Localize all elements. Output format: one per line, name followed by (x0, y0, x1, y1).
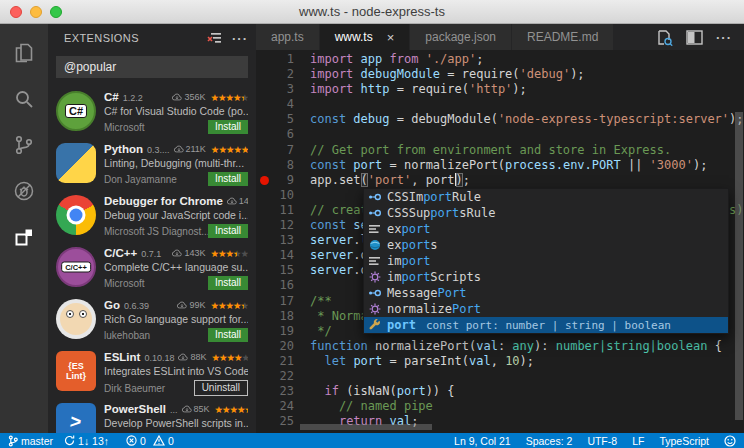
extension-list-item[interactable]: Python0.3....211K★★★★★★★★★★Linting, Debu… (48, 138, 256, 190)
code-line[interactable]: 22 (256, 369, 744, 384)
suggestion-item[interactable]: CSSSupportsRule (364, 205, 728, 221)
encoding-indicator[interactable]: UTF-8 (587, 435, 617, 447)
breakpoint-margin[interactable] (256, 263, 272, 278)
breakpoint-margin[interactable] (256, 324, 272, 339)
breakpoint-margin[interactable] (256, 294, 272, 309)
breakpoint-margin[interactable] (256, 218, 272, 233)
breakpoint-margin[interactable] (256, 203, 272, 218)
code-line[interactable]: 6 (256, 127, 744, 142)
extension-publisher: Microsoft (104, 122, 208, 133)
breakpoint-margin[interactable] (256, 354, 272, 369)
search-icon[interactable] (0, 76, 48, 122)
extension-list-item[interactable]: {ESLint}ESLint0.10.1888K★★★★★★★★★★Integr… (48, 346, 256, 398)
breakpoint-margin[interactable] (256, 414, 272, 429)
more-editor-actions-icon[interactable]: ··· (716, 30, 732, 45)
code-line[interactable]: 2import debugModule = require('debug'); (256, 67, 744, 82)
code-line[interactable]: 7// Get port from environment and store … (256, 143, 744, 158)
extension-list-item[interactable]: Debugger for Chrome148KDebug your JavaSc… (48, 190, 256, 242)
suggestion-item[interactable]: normalizePort (364, 301, 728, 317)
extension-publisher: Microsoft JS Diagnost... (104, 226, 208, 237)
breakpoint-margin[interactable] (256, 112, 272, 127)
keyword-suggestion-icon (367, 222, 383, 237)
suggestion-item[interactable]: import (364, 253, 728, 269)
breakpoint-margin[interactable] (256, 143, 272, 158)
debug-icon[interactable] (0, 168, 48, 214)
code-line[interactable]: 5const debug = debugModule('node-express… (256, 112, 744, 127)
breakpoint-margin[interactable] (256, 248, 272, 263)
problems-indicator[interactable]: 0 0 (126, 435, 174, 447)
feedback-smiley-icon[interactable] (724, 435, 736, 447)
breakpoint-margin[interactable] (256, 127, 272, 142)
indentation-indicator[interactable]: Spaces: 2 (526, 435, 573, 447)
uninstall-button[interactable]: Uninstall (194, 380, 248, 396)
breakpoint-margin[interactable] (256, 233, 272, 248)
breakpoint-margin[interactable] (256, 399, 272, 414)
code-line[interactable]: 8const port = normalizePort(process.env.… (256, 158, 744, 173)
rating-stars: ★★★★★★★★★★ (210, 93, 248, 103)
extensions-search-input[interactable] (57, 60, 247, 74)
install-button[interactable]: Install (208, 120, 248, 134)
code-line[interactable]: 9app.set('port', port); (256, 173, 744, 188)
more-actions-icon[interactable]: ··· (232, 31, 248, 46)
extension-list-item[interactable]: >PowerShell...85K★★★★★★★★★★Develop Power… (48, 398, 256, 433)
breakpoint-margin[interactable] (256, 173, 272, 188)
sync-indicator[interactable]: 1↓ 13↑ (64, 435, 109, 447)
breakpoint-margin[interactable] (256, 278, 272, 293)
code-line[interactable]: 20function normalizePort(val: any): numb… (256, 339, 744, 354)
close-window-button[interactable] (10, 6, 22, 18)
breakpoint-margin[interactable] (256, 188, 272, 203)
code-line[interactable]: 1import app from './app'; (256, 52, 744, 67)
tab-app.ts[interactable]: app.ts (256, 24, 320, 50)
breakpoint-margin[interactable] (256, 309, 272, 324)
breakpoint-margin[interactable] (256, 82, 272, 97)
code-text: let port = parseInt(val, 10); (294, 354, 534, 369)
suggestion-item[interactable]: export (364, 221, 728, 237)
install-button[interactable]: Install (208, 328, 248, 342)
split-editor-icon[interactable] (686, 30, 703, 45)
extension-list-item[interactable]: C#C#1.2.2356K★★★★★★★★★★C# for Visual Stu… (48, 86, 256, 138)
breakpoint-margin[interactable] (256, 339, 272, 354)
breakpoint-margin[interactable] (256, 52, 272, 67)
code-line[interactable]: 23 if (isNaN(port)) { (256, 384, 744, 399)
install-button[interactable]: Install (208, 172, 248, 186)
extension-list-item[interactable]: C/C++C/C++0.7.1143K★★★★★★★★★★Complete C/… (48, 242, 256, 294)
close-tab-icon[interactable]: × (387, 31, 395, 44)
git-branch-indicator[interactable]: master (8, 435, 53, 447)
extensions-icon[interactable] (0, 214, 48, 260)
language-mode-indicator[interactable]: TypeScript (659, 435, 709, 447)
install-button[interactable]: Install (208, 276, 248, 290)
code-line[interactable]: 4 (256, 97, 744, 112)
tab-README.md[interactable]: README.md (512, 24, 614, 50)
code-line[interactable]: 3import http = require('http'); (256, 82, 744, 97)
method-suggestion-icon (367, 302, 383, 317)
code-line[interactable]: 24 // named pipe (256, 399, 744, 414)
maximize-window-button[interactable] (50, 6, 62, 18)
suggestion-item[interactable]: importScripts (364, 269, 728, 285)
explorer-icon[interactable] (0, 30, 48, 76)
tab-www.ts[interactable]: www.ts× (320, 24, 411, 50)
suggestion-item[interactable]: CSSImportRule (364, 189, 728, 205)
suggestion-item[interactable]: exports (364, 237, 728, 253)
tab-package.json[interactable]: package.json (410, 24, 512, 50)
extension-description: Debug your JavaScript code i... (104, 209, 248, 221)
horizontal-scrollbar[interactable] (300, 424, 432, 430)
install-button[interactable]: Install (208, 224, 248, 238)
code-line[interactable]: 21 let port = parseInt(val, 10); (256, 354, 744, 369)
eol-indicator[interactable]: LF (632, 435, 644, 447)
vertical-scrollbar[interactable] (735, 112, 743, 420)
breakpoint-dot[interactable] (260, 176, 269, 185)
suggestion-item[interactable]: portconst port: number | string | boolea… (364, 317, 728, 333)
breakpoint-margin[interactable] (256, 97, 272, 112)
breakpoint-margin[interactable] (256, 158, 272, 173)
clear-extensions-filter-icon[interactable] (207, 32, 222, 45)
open-preview-icon[interactable] (656, 29, 673, 46)
suggestion-item[interactable]: MessagePort (364, 285, 728, 301)
source-control-icon[interactable] (0, 122, 48, 168)
breakpoint-margin[interactable] (256, 67, 272, 82)
minimize-window-button[interactable] (30, 6, 42, 18)
cursor-position-indicator[interactable]: Ln 9, Col 21 (454, 435, 511, 447)
breakpoint-margin[interactable] (256, 369, 272, 384)
extension-list-item[interactable]: Go0.6.3999K★★★★★★★★★★Rich Go language su… (48, 294, 256, 346)
extension-description: Integrates ESLint into VS Code. (104, 365, 248, 377)
breakpoint-margin[interactable] (256, 384, 272, 399)
